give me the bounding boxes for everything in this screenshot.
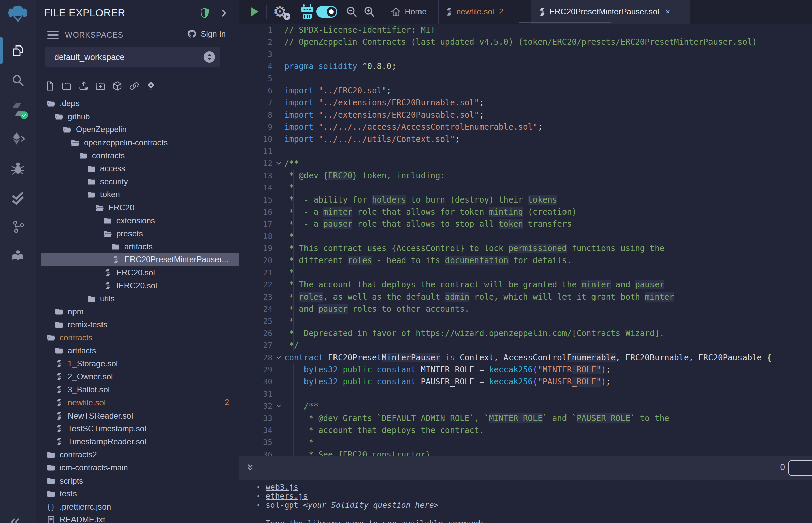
tree-item-access[interactable]: access [41,162,239,175]
terminal-link[interactable]: web3.js [266,483,298,492]
code-line[interactable]: 36 * See {ERC20-constructor}. [240,449,812,456]
code-line[interactable]: 5 [240,72,812,85]
expand-terminal-button[interactable] [246,463,255,473]
tab-erc20presetminterpauser[interactable]: ERC20PresetMinterPauser.sol × [531,0,690,23]
tree-item-openzeppelin[interactable]: OpenZeppelin [41,123,239,136]
tab-home[interactable]: Home [379,0,438,23]
tree-item-readme-txt[interactable]: README.txt [41,513,239,523]
tree-item-ierc20-sol[interactable]: IERC20.sol [41,279,239,292]
fold-icon[interactable] [272,400,284,412]
tree-item-github[interactable]: github [41,110,239,123]
code-line[interactable]: 17 * - a pauser role that allows to stop… [240,218,812,230]
workspace-select[interactable]: default_workspace [45,47,220,67]
tree-item-contracts2[interactable]: contracts2 [41,448,239,461]
code-line[interactable]: 4pragma solidity ^0.8.0; [240,60,812,72]
tree-item-contracts[interactable]: contracts [41,331,239,344]
code-line[interactable]: 15 * - ability for holders to burn (dest… [240,194,812,206]
code-line[interactable]: 8import "../extensions/ERC20Pausable.sol… [240,109,812,121]
tree-item-testsctimestamp-sol[interactable]: TestSCTimestamp.sol [41,422,239,435]
workspaces-menu-icon[interactable] [47,31,59,41]
code-line[interactable]: 24 * and pauser roles to other accounts. [240,303,812,315]
code-line[interactable]: 31 [240,388,812,400]
tree-item-npm[interactable]: npm [41,305,239,319]
code-line[interactable]: 1// SPDX-License-Identifier: MIT [240,24,812,36]
code-line[interactable]: 32 /** [240,400,812,412]
tree-item--deps[interactable]: .deps [41,97,239,110]
tree-item-security[interactable]: security [41,175,239,188]
code-line[interactable]: 30 bytes32 public constant PAUSER_ROLE =… [240,376,812,388]
tree-item-erc20presetminterpauser-[interactable]: ERC20PresetMinterPauser... [41,253,239,266]
code-line[interactable]: 6import "../ERC20.sol"; [240,85,812,97]
code-line[interactable]: 27 */ [240,339,812,351]
tree-item-token[interactable]: token [41,188,239,201]
code-line[interactable]: 25 * [240,315,812,327]
code-line[interactable]: 33 * @dev Grants `DEFAULT_ADMIN_ROLE`, `… [240,412,812,424]
new-file-icon[interactable] [45,81,55,91]
run-script-button[interactable] [250,0,259,23]
code-line[interactable]: 9import "../../../access/AccessControlEn… [240,121,812,133]
tree-item-timestampreader-sol[interactable]: TimestampReader.sol [41,435,239,448]
code-line[interactable]: 21 * [240,267,812,279]
search-button[interactable] [11,73,25,88]
code-line[interactable]: 34 * account that deploys the contract. [240,424,812,436]
collapse-sidebar-button[interactable] [10,516,21,523]
code-line[interactable]: 22 * The account that deploys the contra… [240,279,812,291]
fold-icon[interactable] [272,351,284,364]
import-link-icon[interactable] [129,81,139,91]
file-explorer-button[interactable] [11,43,25,58]
code-line[interactable]: 3 [240,48,812,60]
code-line[interactable]: 14 * [240,182,812,194]
tree-item-newtsreader-sol[interactable]: NewTSReader.sol [41,409,239,422]
ai-assistant-button[interactable] [299,0,315,23]
learneth-button[interactable] [11,249,25,264]
shield-icon[interactable] [200,8,209,19]
code-line[interactable]: 29 bytes32 public constant MINTER_ROLE =… [240,364,812,376]
code-line[interactable]: 7import "../extensions/ERC20Burnable.sol… [240,97,812,109]
script-config-button[interactable]: ⚙ [273,0,286,23]
upload-folder-icon[interactable] [95,81,106,91]
tree-item-artifacts[interactable]: artifacts [41,240,239,253]
ai-toggle-switch[interactable] [316,0,337,23]
tree-item-artifacts[interactable]: artifacts [41,344,239,357]
tree-item-contracts[interactable]: contracts [41,149,239,162]
tree-item-1-storage-sol[interactable]: 1_Storage.sol [41,357,239,371]
solidity-compiler-button[interactable] [11,102,25,117]
unit-testing-button[interactable] [11,190,25,205]
tree-item-erc20-sol[interactable]: ERC20.sol [41,266,239,279]
tree-item--prettierrc-json[interactable]: {}.prettierrc.json [41,500,239,513]
import-box-icon[interactable] [112,81,122,91]
tree-item-extensions[interactable]: extensions [41,214,239,227]
code-line[interactable]: 35 * [240,436,812,449]
code-line[interactable]: 20 * different roles - head to its docum… [240,254,812,267]
zoom-out-button[interactable] [345,0,358,23]
code-editor[interactable]: 1// SPDX-License-Identifier: MIT2// Open… [240,23,812,456]
tab-newfile[interactable]: newfile.sol 2 [446,0,504,23]
expand-panel-icon[interactable] [220,8,227,18]
tree-item-utils[interactable]: utils [41,292,239,305]
close-icon[interactable]: × [665,7,670,17]
code-line[interactable]: 23 * roles, as well as the default admin… [240,291,812,303]
github-sign-in-button[interactable]: Sign in [186,29,226,39]
code-line[interactable]: 12/** [240,157,812,169]
tree-item-remix-tests[interactable]: remix-tests [41,318,239,331]
code-line[interactable]: 11 [240,145,812,157]
code-line[interactable]: 16 * - a minter role that allows for tok… [240,206,812,218]
tree-item-tests[interactable]: tests [41,487,239,501]
git-button[interactable] [11,219,25,234]
zoom-in-button[interactable] [363,0,376,23]
fold-icon[interactable] [272,157,284,169]
code-line[interactable]: 28contract ERC20PresetMinterPauser is Co… [240,351,812,364]
code-line[interactable]: 19 * This contract uses {AccessControl} … [240,242,812,254]
code-line[interactable]: 2// OpenZeppelin Contracts (last updated… [240,36,812,48]
deploy-run-button[interactable] [11,131,25,146]
tree-item-erc20[interactable]: ERC20 [41,201,239,214]
code-line[interactable]: 13 * @dev {ERC20} token, including: [240,169,812,182]
tabbar-scrollbar[interactable] [519,22,611,23]
publish-badge-icon[interactable] [146,81,156,91]
terminal-link[interactable]: ethers.js [266,492,308,501]
upload-file-icon[interactable] [78,81,89,91]
tree-item-presets[interactable]: presets [41,227,239,240]
new-folder-icon[interactable] [62,81,72,91]
tree-item-newfile-sol[interactable]: newfile.sol2 [41,396,239,410]
tree-item-3-ballot-sol[interactable]: 3_Ballot.sol [41,383,239,396]
